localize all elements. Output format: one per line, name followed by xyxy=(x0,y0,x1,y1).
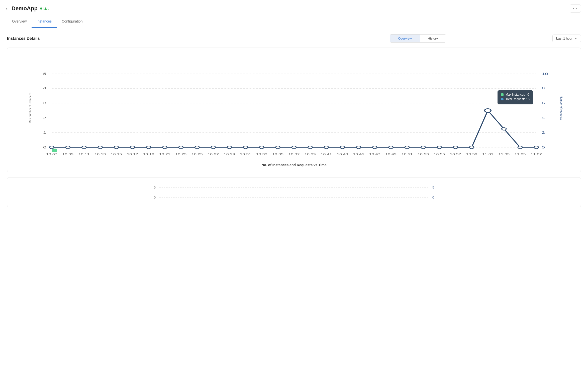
live-dot-icon xyxy=(40,8,42,10)
data-point xyxy=(98,146,103,149)
svg-text:0: 0 xyxy=(542,145,545,149)
data-point xyxy=(49,146,54,149)
svg-text:10:21: 10:21 xyxy=(159,153,170,156)
svg-text:5: 5 xyxy=(43,72,46,76)
svg-text:10:17: 10:17 xyxy=(127,153,138,156)
svg-text:10:09: 10:09 xyxy=(62,153,73,156)
data-point xyxy=(389,146,393,149)
total-requests-line xyxy=(52,111,536,147)
data-point xyxy=(405,146,409,149)
toggle-history[interactable]: History xyxy=(420,35,446,42)
svg-text:10:27: 10:27 xyxy=(208,153,219,156)
data-point xyxy=(179,146,183,149)
svg-text:10:25: 10:25 xyxy=(191,153,203,156)
data-point xyxy=(163,146,167,149)
y-axis-left-label: Max number of instances xyxy=(29,93,32,123)
svg-text:10:55: 10:55 xyxy=(434,153,445,156)
chart-title: No. of Instances and Requests vs Time xyxy=(12,163,576,167)
data-point xyxy=(276,146,280,149)
data-point xyxy=(453,146,458,149)
svg-text:0: 0 xyxy=(432,196,434,199)
header-left: ‹ DemoApp Live xyxy=(5,5,49,12)
main-content: Instances Details Overview History Last … xyxy=(0,28,588,213)
chevron-down-icon: ▼ xyxy=(574,37,577,40)
data-point xyxy=(356,146,361,149)
data-point xyxy=(82,146,86,149)
svg-text:10:07: 10:07 xyxy=(46,153,57,156)
svg-text:5: 5 xyxy=(154,185,156,189)
svg-text:11:05: 11:05 xyxy=(515,153,526,156)
svg-text:11:03: 11:03 xyxy=(498,153,510,156)
data-point xyxy=(243,146,248,149)
view-toggle-group: Overview History xyxy=(390,34,446,43)
svg-text:10:29: 10:29 xyxy=(224,153,235,156)
svg-text:10:23: 10:23 xyxy=(175,153,187,156)
svg-text:10:49: 10:49 xyxy=(385,153,397,156)
time-select-dropdown[interactable]: Last 1 hour ▼ xyxy=(552,35,581,42)
svg-text:10:31: 10:31 xyxy=(240,153,251,156)
toggle-overview[interactable]: Overview xyxy=(390,35,420,42)
svg-text:8: 8 xyxy=(542,86,545,90)
svg-text:10:11: 10:11 xyxy=(78,153,90,156)
data-point xyxy=(292,146,296,149)
bottom-chart-container: 0 5 0 5 xyxy=(7,177,581,207)
svg-text:1: 1 xyxy=(43,131,46,134)
live-badge: Live xyxy=(40,7,49,11)
section-title: Instances Details xyxy=(7,36,40,41)
data-point xyxy=(195,146,199,149)
svg-text:2: 2 xyxy=(43,116,46,120)
svg-text:3: 3 xyxy=(43,101,46,105)
header: ‹ DemoApp Live ··· xyxy=(0,0,588,15)
time-select-label: Last 1 hour xyxy=(556,37,572,40)
svg-text:0: 0 xyxy=(43,145,46,149)
tab-configuration[interactable]: Configuration xyxy=(57,15,87,28)
data-point xyxy=(437,146,442,149)
data-point xyxy=(146,146,151,149)
svg-text:10:15: 10:15 xyxy=(111,153,122,156)
bottom-chart-svg: 0 5 0 5 xyxy=(12,182,576,203)
data-point xyxy=(534,146,539,149)
data-point xyxy=(308,146,312,149)
svg-text:4: 4 xyxy=(542,116,545,120)
data-point xyxy=(211,146,216,149)
svg-text:10:51: 10:51 xyxy=(402,153,413,156)
header-controls: Overview History Last 1 hour ▼ xyxy=(390,34,581,43)
chart-container: Max number of instances Number of reques… xyxy=(7,48,581,172)
svg-text:10:37: 10:37 xyxy=(288,153,300,156)
svg-text:10:33: 10:33 xyxy=(256,153,267,156)
svg-text:10:19: 10:19 xyxy=(143,153,154,156)
data-point xyxy=(518,146,522,149)
svg-text:2: 2 xyxy=(542,131,545,134)
data-point xyxy=(469,146,474,149)
data-point xyxy=(227,146,232,149)
tab-instances[interactable]: Instances xyxy=(32,15,57,28)
live-label: Live xyxy=(43,7,49,11)
more-button[interactable]: ··· xyxy=(570,5,581,13)
data-point xyxy=(130,146,135,149)
svg-text:5: 5 xyxy=(432,185,434,189)
tab-bar: Overview Instances Configuration xyxy=(0,15,588,28)
data-point xyxy=(421,146,426,149)
data-point xyxy=(372,146,377,149)
data-point xyxy=(324,146,329,149)
svg-text:10: 10 xyxy=(542,72,548,76)
svg-text:0: 0 xyxy=(154,196,156,199)
svg-text:11:01: 11:01 xyxy=(482,153,494,156)
svg-text:10:35: 10:35 xyxy=(272,153,283,156)
app-title: DemoApp xyxy=(12,5,38,12)
tab-overview[interactable]: Overview xyxy=(7,15,32,28)
svg-text:10:57: 10:57 xyxy=(450,153,461,156)
data-point xyxy=(502,128,506,130)
back-button[interactable]: ‹ xyxy=(5,5,9,12)
svg-text:6: 6 xyxy=(542,101,545,105)
svg-text:11:07: 11:07 xyxy=(531,153,542,156)
data-point xyxy=(66,146,70,149)
section-header: Instances Details Overview History Last … xyxy=(7,34,581,43)
svg-text:10:43: 10:43 xyxy=(337,153,348,156)
data-point xyxy=(114,146,119,149)
svg-text:10:13: 10:13 xyxy=(94,153,106,156)
svg-text:10:53: 10:53 xyxy=(418,153,429,156)
svg-text:10:39: 10:39 xyxy=(305,153,316,156)
svg-text:10:45: 10:45 xyxy=(353,153,364,156)
data-point-spike xyxy=(485,109,491,112)
